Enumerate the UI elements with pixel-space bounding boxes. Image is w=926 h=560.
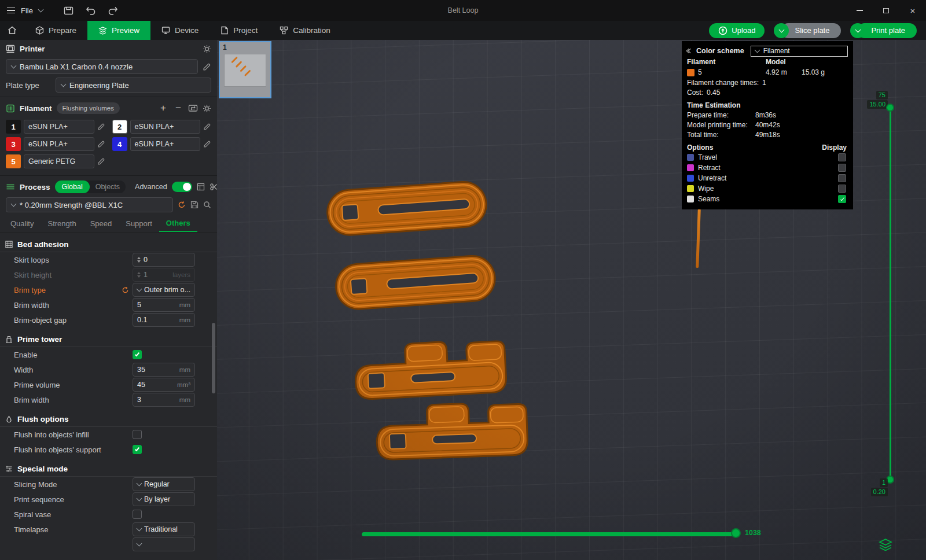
filament-color-swatch[interactable]: 5 <box>6 154 21 168</box>
color-scheme-value: Filament <box>763 47 790 55</box>
tab-prepare[interactable]: Prepare <box>24 21 87 40</box>
add-filament-button[interactable]: + <box>158 102 168 114</box>
color-scheme-select[interactable]: Filament <box>751 46 848 57</box>
edit-filament-icon[interactable] <box>97 123 105 131</box>
tab-quality[interactable]: Quality <box>3 215 41 232</box>
print-plate-button[interactable]: Print plate <box>850 23 917 38</box>
upload-button[interactable]: Upload <box>709 23 765 38</box>
slice-plate-button[interactable]: Slice plate <box>774 23 841 38</box>
edit-filament-icon[interactable] <box>97 157 105 165</box>
print-dropdown-icon[interactable] <box>850 23 865 38</box>
brim-width-input[interactable]: 5 mm <box>133 298 195 312</box>
skirt-loops-input[interactable]: 0 <box>133 253 195 267</box>
filament-color-swatch[interactable]: 1 <box>6 120 21 134</box>
minimize-button[interactable] <box>846 0 873 21</box>
redo-icon[interactable] <box>108 6 119 15</box>
prime-brim-width-input[interactable]: 3 mm <box>133 393 195 407</box>
print-sequence-select[interactable]: By layer <box>133 492 195 506</box>
prime-width-input[interactable]: 35 mm <box>133 363 195 377</box>
brim-object-gap-input[interactable]: 0.1 mm <box>133 313 195 327</box>
layers-view-icon[interactable] <box>879 538 892 551</box>
layer-slider-top-handle[interactable] <box>886 104 894 112</box>
filament-color-swatch[interactable]: 4 <box>112 137 127 151</box>
tab-others[interactable]: Others <box>159 215 197 232</box>
timelapse-select[interactable]: Traditional <box>133 522 195 536</box>
layer-slider-track[interactable] <box>890 108 891 481</box>
step-slider-handle[interactable] <box>731 528 741 538</box>
slicing-mode-select[interactable]: Regular <box>133 477 195 491</box>
slice-plate-label[interactable]: Slice plate <box>781 23 841 38</box>
tab-device[interactable]: Device <box>150 21 210 40</box>
parameter-table-icon[interactable] <box>197 183 205 191</box>
slice-dropdown-icon[interactable] <box>774 23 789 38</box>
print-plate-label[interactable]: Print plate <box>857 23 917 38</box>
plate-type-select[interactable]: Engineering Plate <box>56 78 211 93</box>
filament-settings-gear-icon[interactable] <box>203 104 211 113</box>
sidebar-scrollbar[interactable] <box>212 323 215 393</box>
tab-strength[interactable]: Strength <box>41 215 83 232</box>
filament-color-swatch[interactable]: 3 <box>6 137 21 151</box>
maximize-button[interactable] <box>873 0 899 21</box>
process-preset-select[interactable]: * 0.20mm Strength @BBL X1C <box>6 197 173 212</box>
wipe-display-checkbox[interactable] <box>838 185 846 193</box>
enable-checkbox[interactable] <box>133 350 142 359</box>
reset-value-icon[interactable] <box>122 286 129 294</box>
compare-presets-icon[interactable] <box>210 183 217 191</box>
edit-filament-icon[interactable] <box>203 123 211 131</box>
edit-filament-icon[interactable] <box>203 140 211 148</box>
filament-name[interactable]: eSUN PLA+ <box>24 137 94 151</box>
partial-select[interactable] <box>133 537 195 551</box>
plate-thumbnail-1[interactable]: 1 <box>219 41 271 98</box>
travel-display-checkbox[interactable] <box>838 153 846 161</box>
scope-global-button[interactable]: Global <box>55 180 90 193</box>
prepare-time-row: Prepare time:8m36s <box>687 110 848 120</box>
reset-preset-icon[interactable] <box>178 201 186 209</box>
edit-printer-icon[interactable] <box>203 62 211 71</box>
tab-support[interactable]: Support <box>119 215 159 232</box>
spiral-vase-checkbox[interactable] <box>133 510 142 519</box>
unretract-display-checkbox[interactable] <box>838 174 846 182</box>
chevron-down-icon[interactable] <box>38 7 44 13</box>
save-preset-icon[interactable] <box>190 201 199 209</box>
collapse-panel-icon[interactable] <box>687 49 692 53</box>
retract-display-checkbox[interactable] <box>838 164 846 172</box>
edit-filament-icon[interactable] <box>97 140 105 148</box>
prime-volume-input[interactable]: 45 mm³ <box>133 378 195 392</box>
setting-prime-volume: Prime volume 45 mm³ <box>0 377 217 392</box>
close-button[interactable]: × <box>899 0 926 21</box>
tab-project[interactable]: Project <box>210 21 269 40</box>
preview-viewport[interactable]: 1 Color scheme Filament Filament Model 5 <box>217 40 926 560</box>
tab-calibration[interactable]: Calibration <box>269 21 341 40</box>
tab-preview[interactable]: Preview <box>87 21 150 40</box>
process-preset-value: * 0.20mm Strength @BBL X1C <box>20 201 123 209</box>
undo-icon[interactable] <box>85 6 96 15</box>
hamburger-menu-icon[interactable] <box>7 8 15 14</box>
spinner[interactable] <box>137 257 141 263</box>
tab-speed[interactable]: Speed <box>83 215 119 232</box>
seams-display-checkbox[interactable] <box>838 195 846 203</box>
filament-name[interactable]: eSUN PLA+ <box>24 120 94 134</box>
skirt-height-input[interactable]: 1 layers <box>133 268 195 282</box>
flush-support-checkbox[interactable] <box>133 445 142 454</box>
step-slider-track[interactable] <box>362 532 736 536</box>
remove-filament-button[interactable]: − <box>173 102 183 114</box>
flushing-volumes-button[interactable]: Flushing volumes <box>57 102 120 114</box>
filament-name[interactable]: Generic PETG <box>24 154 94 168</box>
filament-name[interactable]: eSUN PLA+ <box>130 120 201 134</box>
brim-type-select[interactable]: Outer brim o... <box>133 283 195 297</box>
setting-brim-width: Brim width 5 mm <box>0 297 217 312</box>
advanced-toggle[interactable] <box>172 182 192 192</box>
spinner[interactable] <box>137 272 141 278</box>
printer-settings-gear-icon[interactable] <box>203 45 211 53</box>
search-icon[interactable] <box>203 201 211 209</box>
printer-select[interactable]: Bambu Lab X1 Carbon 0.4 nozzle <box>6 59 198 74</box>
filament-sync-icon[interactable] <box>188 104 198 112</box>
home-button[interactable] <box>0 21 24 40</box>
process-icon <box>6 183 15 191</box>
filament-name[interactable]: eSUN PLA+ <box>130 137 201 151</box>
filament-color-swatch[interactable]: 2 <box>112 120 127 134</box>
save-project-icon[interactable] <box>64 6 74 15</box>
file-menu[interactable]: File <box>21 6 33 15</box>
flush-infill-checkbox[interactable] <box>133 430 142 439</box>
scope-objects-button[interactable]: Objects <box>90 183 126 191</box>
